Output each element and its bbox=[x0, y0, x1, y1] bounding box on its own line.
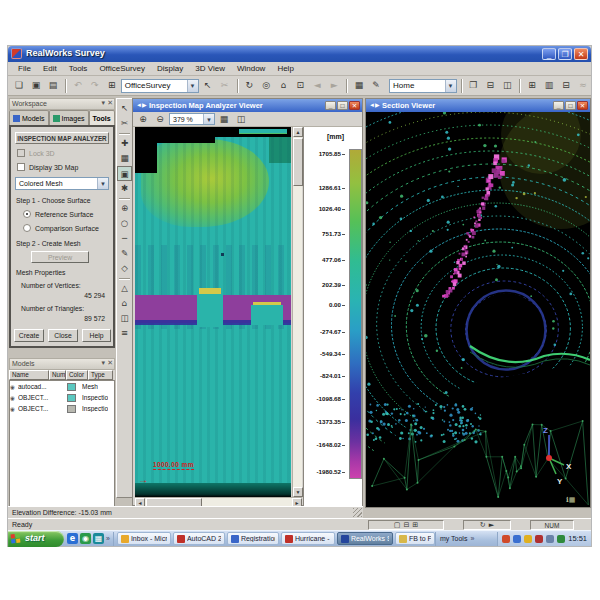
reference-surface-radio[interactable] bbox=[23, 210, 31, 218]
tile-windows-icon[interactable]: ⊟ bbox=[482, 78, 498, 93]
restore-button[interactable]: ❐ bbox=[558, 48, 572, 60]
col-name[interactable]: Name bbox=[9, 370, 49, 380]
sampling-icon[interactable]: ▦ bbox=[117, 151, 132, 166]
swap-view-icon[interactable]: ◫ bbox=[233, 112, 249, 127]
model-row-1[interactable]: ◉OBJECT...Inspectio bbox=[10, 392, 114, 403]
map-vertical-scrollbar[interactable]: ▲ ▼ bbox=[292, 127, 302, 497]
close-panel-button[interactable]: Close bbox=[48, 329, 78, 342]
examine-icon[interactable]: ◎ bbox=[258, 78, 274, 93]
vertical-scroll-thumb[interactable] bbox=[293, 138, 303, 186]
menu-window[interactable]: Window bbox=[231, 63, 271, 74]
taskbar-task-3[interactable]: Hurricane - Micro... bbox=[281, 532, 335, 545]
new-window-icon[interactable]: ❐ bbox=[465, 78, 481, 93]
menu-help[interactable]: Help bbox=[271, 63, 299, 74]
chevron-down-icon[interactable]: ▼ bbox=[187, 80, 198, 92]
panel-menu-icon[interactable]: ▾ bbox=[102, 359, 106, 367]
mesh-tool-icon[interactable]: ▣ bbox=[117, 166, 132, 181]
rotate-view-icon[interactable]: ↻ bbox=[241, 78, 257, 93]
annotate-icon[interactable]: ✎ bbox=[368, 78, 384, 93]
save-icon[interactable]: ▣ bbox=[28, 78, 44, 93]
tray-antivirus-icon[interactable] bbox=[535, 535, 543, 543]
col-num[interactable]: Num... bbox=[49, 370, 66, 380]
box-fit-icon[interactable]: ◫ bbox=[117, 311, 132, 326]
new-workspace-icon[interactable]: ⊞ bbox=[104, 78, 120, 93]
taskbar-task-1[interactable]: AutoCAD 2002 bbox=[173, 532, 225, 545]
home-view-icon[interactable]: ⌂ bbox=[275, 78, 291, 93]
section-viewer-titlebar[interactable]: ◄▶ Section Viewer _ □ ✕ bbox=[366, 99, 590, 112]
chevron-down-icon[interactable]: ▼ bbox=[97, 178, 108, 189]
map-viewer-titlebar[interactable]: ◄▶ Inspection Map Analyzer Viewer _ □ ✕ bbox=[133, 99, 362, 112]
start-button[interactable]: start bbox=[8, 531, 64, 547]
plane-fit-icon[interactable]: ◇ bbox=[117, 261, 132, 276]
tray-alert-icon[interactable] bbox=[502, 535, 510, 543]
close-icon[interactable]: ✕ bbox=[349, 101, 360, 110]
list-tool-icon[interactable]: ≡ bbox=[117, 326, 132, 341]
media-player-icon[interactable]: ◉ bbox=[80, 533, 91, 544]
taskbar-task-4[interactable]: RealWorks Survey bbox=[337, 532, 393, 545]
tab-tools[interactable]: Tools bbox=[89, 110, 115, 125]
taskbar-clock[interactable]: 15:51 bbox=[568, 534, 587, 543]
draw-icon[interactable]: ✎ bbox=[117, 246, 132, 261]
menu-edit[interactable]: Edit bbox=[37, 63, 63, 74]
display-3d-map-checkbox[interactable] bbox=[17, 163, 25, 171]
print-icon[interactable]: ▤ bbox=[45, 78, 61, 93]
visibility-icon[interactable]: ◉ bbox=[10, 384, 18, 390]
layout-single-icon[interactable]: ⊞ bbox=[524, 78, 540, 93]
internet-explorer-icon[interactable]: e bbox=[67, 533, 78, 544]
panel-menu-icon[interactable]: ▾ bbox=[102, 99, 106, 107]
pane-blank-icon[interactable]: ▢ bbox=[394, 521, 401, 530]
menu-officesurvey[interactable]: OfficeSurvey bbox=[93, 63, 151, 74]
taskbar-task-2[interactable]: Registration Rep... bbox=[227, 532, 279, 545]
menu-tools[interactable]: Tools bbox=[63, 63, 94, 74]
model-icon[interactable]: ⌂ bbox=[117, 296, 132, 311]
tray-volume-icon[interactable] bbox=[546, 535, 554, 543]
home-combo[interactable]: Home ▼ bbox=[389, 79, 457, 93]
scroll-down-icon[interactable]: ▼ bbox=[293, 487, 303, 497]
taskbar-task-5[interactable]: FB to FB bbox=[395, 532, 435, 545]
pane-grid-icon[interactable]: ⊞ bbox=[412, 521, 418, 530]
model-row-2[interactable]: ◉OBJECT...Inspectio bbox=[10, 403, 114, 414]
create-button[interactable]: Create bbox=[14, 329, 44, 342]
grid-display-icon[interactable]: ▦ bbox=[216, 112, 232, 127]
layout-split-h-icon[interactable]: ▥ bbox=[541, 78, 557, 93]
col-color[interactable]: Color bbox=[66, 370, 88, 380]
chevron-right-icon[interactable]: » bbox=[106, 535, 110, 542]
show-desktop-icon[interactable]: ▦ bbox=[93, 533, 104, 544]
tray-shield-icon[interactable] bbox=[557, 535, 565, 543]
zoom-out-icon[interactable]: ⊖ bbox=[152, 112, 168, 127]
chevron-right-icon[interactable]: » bbox=[470, 535, 474, 542]
mytools-toolbar[interactable]: my Tools » bbox=[435, 532, 478, 546]
minimize-button[interactable]: _ bbox=[325, 101, 336, 110]
add-point-icon[interactable]: ✚ bbox=[117, 136, 132, 151]
pane-split-h-icon[interactable]: ⊟ bbox=[403, 521, 409, 530]
comparison-surface-radio[interactable] bbox=[23, 224, 31, 232]
maximize-button[interactable]: □ bbox=[565, 101, 576, 110]
panel-close-icon[interactable]: ✕ bbox=[107, 359, 113, 367]
minimize-button[interactable]: _ bbox=[542, 48, 556, 60]
cut-plane-icon[interactable]: ✂ bbox=[117, 116, 132, 131]
menu-3d-view[interactable]: 3D View bbox=[189, 63, 231, 74]
col-type[interactable]: Type bbox=[88, 370, 113, 380]
menu-file[interactable]: File bbox=[12, 63, 37, 74]
triangle-icon[interactable]: △ bbox=[117, 281, 132, 296]
circle-fit-icon[interactable]: ○ bbox=[117, 216, 132, 231]
chevron-down-icon[interactable]: ▼ bbox=[203, 114, 214, 124]
chevron-down-icon[interactable]: ▼ bbox=[445, 80, 456, 92]
refresh-icon[interactable]: ↻ bbox=[480, 521, 486, 530]
select-icon[interactable]: ↖ bbox=[117, 101, 132, 116]
cascade-windows-icon[interactable]: ◫ bbox=[499, 78, 515, 93]
mesh-type-combo[interactable]: Colored Mesh ▼ bbox=[15, 177, 109, 190]
scroll-up-icon[interactable]: ▲ bbox=[293, 127, 303, 137]
tray-update-icon[interactable] bbox=[524, 535, 532, 543]
resize-grip[interactable] bbox=[353, 508, 362, 517]
help-button[interactable]: Help bbox=[82, 329, 111, 342]
maximize-button[interactable]: □ bbox=[337, 101, 348, 110]
tab-models[interactable]: Models bbox=[9, 110, 49, 125]
minimize-button[interactable]: _ bbox=[553, 101, 564, 110]
zoom-in-icon[interactable]: ⊕ bbox=[135, 112, 151, 127]
menu-display[interactable]: Display bbox=[151, 63, 189, 74]
image-view-icon[interactable]: ▦ bbox=[351, 78, 367, 93]
feature-icon[interactable]: ✱ bbox=[117, 181, 132, 196]
tray-network-icon[interactable] bbox=[513, 535, 521, 543]
section-3d-view[interactable]: ZXYℹ▦ bbox=[366, 112, 590, 507]
